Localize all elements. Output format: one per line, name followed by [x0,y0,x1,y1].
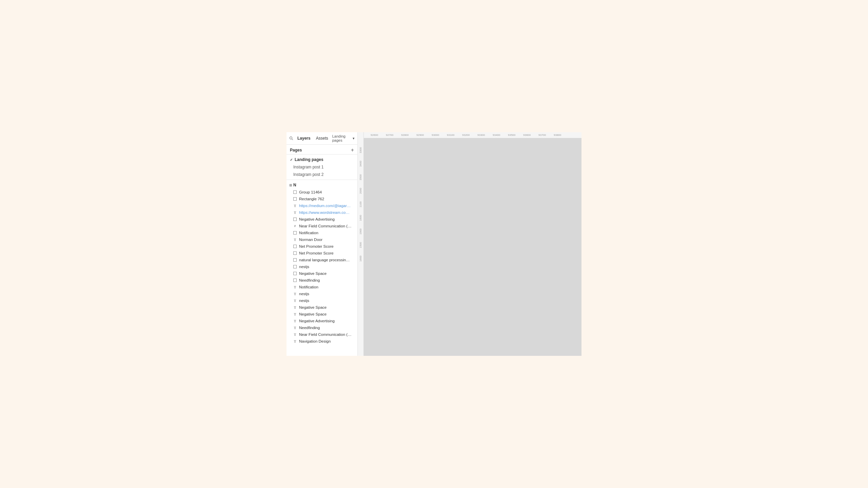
check-icon: ✓ [290,158,293,162]
layer-item[interactable]: T https://medium.com/@iagarwal/norman-do… [287,202,357,209]
canvas-content[interactable] [364,138,581,356]
layer-name: Notification [299,285,318,289]
ruler-vtick: 1600 [359,207,362,221]
layer-item[interactable]: Net Promoter Score [287,250,357,257]
canvas-area[interactable]: 92600 92700 92800 92900 93000 93100 9320… [358,132,581,356]
page-dropdown[interactable]: Landing pages ▾ [332,134,355,142]
layer-group-label: N [293,183,296,187]
layers-section: ⊞ N Group 11464 Rectangle 762 T https://… [287,180,357,356]
page-item-label: Landing pages [295,157,323,162]
layer-icon-text: T [293,305,297,310]
layer-item[interactable]: Needfinding [287,277,357,284]
layer-item[interactable]: natural language processing (nlp) [287,257,357,263]
layer-item[interactable]: T Negative Advertising [287,318,357,324]
layer-name: Norman Door [299,238,322,242]
add-page-button[interactable]: + [351,147,354,153]
layer-item[interactable]: T Navigation Design [287,338,357,345]
layer-item[interactable]: T Norman Door [287,236,357,243]
ruler-tick: 93500 [508,134,523,137]
layer-name: nestjs [299,265,309,269]
layer-item[interactable]: Notification [287,229,357,236]
layer-name: Rectangle 762 [299,197,324,201]
svg-line-1 [292,139,293,140]
layer-item[interactable]: T https://www.wordstream.com/blog/ws/201… [287,209,357,216]
layer-name: Net Promoter Score [299,244,334,248]
pages-label: Pages [290,148,302,152]
layer-name: Negative Space [299,312,327,316]
ruler-tick: 93000 [432,134,447,137]
layer-name: Needfinding [299,278,320,282]
layer-icon-rect [293,230,297,235]
layer-item[interactable]: # Near Field Communication (NFC) [287,223,357,229]
app-container: Layers Assets Landing pages ▾ Pages + ✓ … [287,132,581,356]
layer-item[interactable]: T Needfinding [287,324,357,331]
layer-item[interactable]: Net Promoter Score [287,243,357,250]
layer-item[interactable]: T Negative Space [287,311,357,318]
ruler-top: 92600 92700 92800 92900 93000 93100 9320… [358,132,581,138]
page-list: ✓ Landing pages Instagram post 1 Instagr… [287,155,357,180]
layer-name: Negative Space [299,305,327,309]
layer-icon-rect [293,258,297,262]
ruler-tick: 93200 [462,134,477,137]
layer-icon-text: T [293,291,297,296]
layer-icon-text: T [293,325,297,330]
layer-item[interactable]: T Notification [287,284,357,290]
layer-item[interactable]: nestjs [287,263,357,270]
layer-name: Near Field Communication (NFC) [299,224,352,228]
layer-item[interactable]: Rectangle 762 [287,196,357,202]
ruler-tick: 93700 [538,134,554,137]
layer-name: Group 11464 [299,190,322,194]
layer-name: Near Field Communication (NFC) [299,332,352,337]
layer-name: Notification [299,231,318,235]
page-item-label: Instagram post 1 [293,165,323,169]
layer-icon-rect [293,278,297,283]
ruler-left-ticks: 3300 3400 3500 2000 1100 1600 1900 1500 … [359,138,362,262]
ruler-top-content: 92600 92700 92800 92900 93000 93100 9320… [364,134,569,137]
tab-bar: Layers Assets Landing pages ▾ [287,132,357,145]
layer-item[interactable]: Negative Advertising [287,216,357,223]
layer-icon-rect [293,244,297,249]
layer-icon-rect [293,251,297,256]
layer-name: nestjs [299,292,309,296]
ruler-tick: 92700 [386,134,401,137]
layer-icon-text: T [293,203,297,208]
layer-icon-rect [293,197,297,201]
layer-item[interactable]: T nestjs [287,290,357,297]
layer-item[interactable]: T nestjs [287,297,357,304]
layer-icon-rect [293,264,297,269]
layer-icon-frame: # [293,224,297,228]
layer-icon-text: T [293,319,297,323]
tab-assets[interactable]: Assets [315,135,330,141]
ruler-tick: 93100 [447,134,462,137]
layer-name: Net Promoter Score [299,251,334,255]
layer-item[interactable]: T Negative Space [287,304,357,311]
ruler-tick: 92800 [401,134,416,137]
layer-name: nestjs [299,299,309,303]
layer-icon-rect [293,190,297,195]
ruler-tick: 92600 [371,134,386,137]
layer-name-link: https://www.wordstream.com/blog/ws/2017/… [299,210,352,215]
layer-name-link: https://medium.com/@iagarwal/norman-door… [299,204,352,208]
ruler-vtick: 2000 [359,180,362,194]
layer-name: natural language processing (nlp) [299,258,352,262]
layer-item[interactable]: Group 11464 [287,189,357,196]
page-item-landing[interactable]: ✓ Landing pages [287,156,357,163]
layer-icon-text: T [293,285,297,289]
ruler-vtick: 3500 [359,167,362,180]
layer-name: Negative Advertising [299,319,335,323]
layer-icon-text: T [293,332,297,337]
page-item-label: Instagram post 2 [293,172,323,177]
layer-name: Negative Space [299,271,327,276]
layer-name: Negative Advertising [299,217,335,221]
ruler-left: 3300 3400 3500 2000 1100 1600 1900 1500 … [358,132,364,356]
page-item-instagram1[interactable]: Instagram post 1 [287,163,357,171]
grid-icon: ⊞ [289,183,292,187]
ruler-vtick: 1100 [359,194,362,207]
page-item-instagram2[interactable]: Instagram post 2 [287,171,357,178]
layer-item[interactable]: T Near Field Communication (NFC) [287,331,357,338]
layer-icon-text: T [293,210,297,215]
ruler-vtick: 1600 [359,248,362,262]
tab-layers[interactable]: Layers [296,135,312,141]
layer-group-header[interactable]: ⊞ N [287,181,357,189]
layer-item[interactable]: Negative Space [287,270,357,277]
